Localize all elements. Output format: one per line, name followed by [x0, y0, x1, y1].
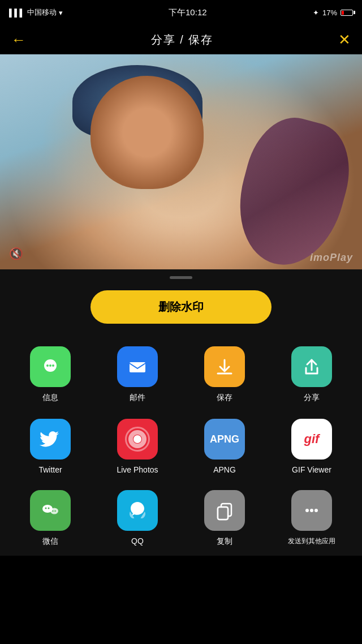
- gif-icon: gif: [291, 419, 332, 460]
- remove-watermark-button[interactable]: 删除水印: [90, 290, 272, 324]
- mail-icon: [117, 346, 158, 387]
- share-item-qq[interactable]: QQ: [94, 483, 181, 556]
- wechat-label: 微信: [42, 536, 58, 547]
- svg-point-9: [52, 510, 53, 512]
- mute-icon: 🔇: [9, 247, 23, 260]
- share-item-copy[interactable]: 复制: [181, 483, 268, 556]
- save-icon: [204, 346, 245, 387]
- svg-point-15: [310, 509, 313, 512]
- apng-icon: APNG: [204, 419, 245, 460]
- copy-icon: [204, 490, 245, 531]
- more-label: 发送到其他应用: [288, 536, 335, 546]
- share-grid: 信息 邮件 保存: [0, 340, 362, 556]
- header: ← 分享 / 保存 ✕: [0, 25, 362, 54]
- share-item-share[interactable]: 分享: [268, 340, 355, 412]
- head-shape: [90, 76, 204, 189]
- twitter-icon: [30, 419, 71, 460]
- photo-preview: 🔇 imoPlay: [0, 54, 362, 269]
- wechat-icon: [30, 490, 71, 531]
- livephotos-icon: [117, 419, 158, 460]
- share-item-twitter[interactable]: Twitter: [7, 412, 94, 483]
- save-label: 保存: [217, 393, 232, 403]
- status-right: ✦ 17%: [313, 8, 353, 17]
- apng-label: APNG: [213, 465, 236, 474]
- battery-icon: [341, 10, 353, 16]
- share-item-livephotos[interactable]: Live Photos: [94, 412, 181, 483]
- share-item-save[interactable]: 保存: [181, 340, 268, 412]
- qq-label: QQ: [131, 536, 144, 546]
- svg-point-3: [52, 364, 54, 367]
- svg-point-6: [50, 508, 58, 514]
- bluetooth-icon: ✦: [313, 8, 319, 17]
- share-item-apng[interactable]: APNG APNG: [181, 412, 268, 483]
- svg-rect-4: [130, 362, 145, 372]
- status-time: 下午10:12: [169, 7, 207, 18]
- twitter-label: Twitter: [38, 465, 62, 474]
- message-label: 信息: [42, 393, 58, 403]
- bottom-sheet: 删除水印 信息 邮件: [0, 269, 362, 556]
- back-button[interactable]: ←: [11, 31, 26, 49]
- gif-label: GIF Viewer: [292, 465, 331, 474]
- more-icon: [291, 490, 332, 531]
- svg-rect-13: [218, 507, 228, 520]
- copy-label: 复制: [217, 536, 232, 547]
- svg-point-7: [45, 508, 47, 509]
- carrier-name: 中国移动: [27, 7, 57, 18]
- share-item-wechat[interactable]: 微信: [7, 483, 94, 556]
- svg-point-14: [305, 509, 309, 512]
- share-icon: [291, 346, 332, 387]
- status-bar: ▌▌▌ 中国移动 ▾ 下午10:12 ✦ 17%: [0, 0, 362, 25]
- svg-point-16: [314, 509, 318, 512]
- drag-handle[interactable]: [170, 276, 192, 279]
- mail-label: 邮件: [130, 393, 145, 403]
- qq-icon: [117, 490, 158, 531]
- share-item-mail[interactable]: 邮件: [94, 340, 181, 412]
- livephotos-label: Live Photos: [117, 465, 158, 474]
- svg-point-10: [54, 510, 55, 512]
- battery-pct: 17%: [322, 8, 337, 17]
- signal-icon: ▌▌▌: [9, 8, 25, 17]
- share-item-message[interactable]: 信息: [7, 340, 94, 412]
- watermark-text: imoPlay: [310, 252, 353, 264]
- page-title: 分享 / 保存: [151, 32, 214, 48]
- wifi-icon: ▾: [59, 8, 63, 17]
- share-item-more[interactable]: 发送到其他应用: [268, 483, 355, 556]
- status-left: ▌▌▌ 中国移动 ▾: [9, 7, 63, 18]
- share-item-gif[interactable]: gif GIF Viewer: [268, 412, 355, 483]
- close-button[interactable]: ✕: [338, 31, 351, 49]
- message-icon: [30, 346, 71, 387]
- svg-point-8: [48, 508, 50, 509]
- svg-point-2: [49, 364, 51, 367]
- svg-point-1: [46, 364, 49, 367]
- share-label: 分享: [304, 393, 320, 403]
